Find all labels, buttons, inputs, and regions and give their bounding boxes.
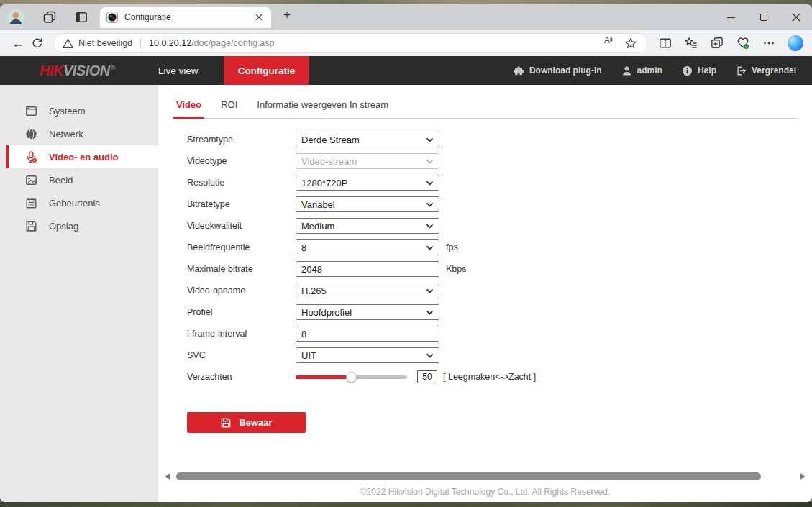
sidebar-item-gebeurtenis[interactable]: Gebeurtenis: [6, 191, 158, 214]
nav-live-view[interactable]: Live view: [158, 65, 199, 76]
field-label: i-frame-interval: [187, 329, 296, 339]
scrollbar-thumb[interactable]: [176, 472, 761, 480]
split-screen-button[interactable]: [658, 36, 672, 50]
chevron-down-icon: [426, 288, 434, 293]
refresh-button[interactable]: [27, 34, 46, 52]
save-button-label: Bewaar: [239, 417, 272, 428]
select-value: Variabel: [301, 199, 335, 210]
horizontal-scrollbar[interactable]: [163, 472, 808, 481]
close-button[interactable]: [780, 4, 812, 30]
tab-close-icon[interactable]: [253, 12, 265, 23]
resolutie-select[interactable]: 1280*720P: [296, 175, 439, 191]
security-label[interactable]: Niet beveiligd: [78, 38, 132, 48]
sidebar-item-label: Beeld: [49, 175, 73, 186]
hikvision-logo: HIKVISION®: [40, 63, 115, 79]
tab-actions-icon[interactable]: [75, 11, 88, 24]
svc-select[interactable]: UIT: [296, 347, 439, 363]
sidebar-item-opslag[interactable]: Opslag: [6, 214, 158, 237]
nav-configuratie[interactable]: Configuratie: [224, 56, 309, 85]
copyright-text: ©2022 Hikvision Digital Technology Co., …: [158, 487, 812, 497]
lock-logout-button[interactable]: Vergrendel: [736, 65, 796, 76]
iframe-interval-input[interactable]: [296, 326, 439, 342]
collections-button[interactable]: [710, 36, 724, 50]
select-value: Video-stream: [301, 156, 357, 167]
info-icon: [682, 65, 693, 76]
chevron-down-icon: [426, 245, 434, 250]
scroll-left-icon[interactable]: [163, 473, 173, 480]
bitratetype-select[interactable]: Variabel: [296, 196, 439, 212]
form-row: Streamtype Derde Stream: [187, 129, 812, 150]
user-icon: [621, 65, 632, 76]
sidebar-item-netwerk[interactable]: Netwerk: [6, 122, 158, 145]
admin-user-button[interactable]: admin: [621, 65, 662, 76]
videokwaliteit-select[interactable]: Medium: [296, 218, 439, 234]
download-plugin-button[interactable]: Download plug-in: [514, 65, 602, 76]
slider-hint: [ Leegmaken<->Zacht ]: [443, 372, 536, 382]
browser-essentials-button[interactable]: [736, 36, 750, 50]
favorite-star-button[interactable]: [623, 35, 639, 51]
form-row: i-frame-interval: [187, 323, 812, 344]
form-row: SVC UIT: [187, 344, 812, 366]
maximize-button[interactable]: [747, 4, 780, 30]
network-globe-icon: [25, 128, 37, 140]
field-label: SVC: [187, 350, 296, 360]
url-path: /doc/page/config.asp: [191, 38, 274, 48]
chevron-down-icon: [426, 310, 434, 315]
main-panel: Video ROI Informatie weergeven In stream…: [158, 85, 812, 502]
workspaces-icon[interactable]: [43, 11, 56, 24]
tab-informatie-weergeven[interactable]: Informatie weergeven In stream: [257, 99, 388, 118]
copilot-icon[interactable]: [788, 35, 803, 51]
avatar-photo: [7, 9, 24, 26]
tab-title: Configuratie: [124, 12, 253, 22]
form-row: Beeldfrequentie 8 fps: [187, 237, 812, 258]
microphone-icon: [25, 151, 37, 163]
back-button[interactable]: ←: [9, 34, 27, 52]
scrollbar-track[interactable]: [173, 472, 798, 480]
sidebar-item-systeem[interactable]: Systeem: [6, 99, 158, 122]
url-separator: [140, 38, 141, 48]
form-row: Profiel Hoofdprofiel: [187, 301, 812, 323]
field-label: Videokwaliteit: [187, 221, 296, 231]
maximale-bitrate-input[interactable]: [296, 261, 439, 277]
profiel-select[interactable]: Hoofdprofiel: [296, 304, 439, 320]
beeldfrequentie-select[interactable]: 8: [296, 239, 439, 255]
address-bar[interactable]: Niet beveiligd 10.0.20.12/doc/page/confi…: [53, 33, 648, 53]
video-settings-form: Streamtype Derde Stream Videotype Video-…: [158, 119, 812, 433]
tab-video[interactable]: Video: [176, 99, 201, 118]
minimize-button[interactable]: [715, 4, 747, 30]
profile-avatar[interactable]: [7, 9, 24, 26]
form-row: Maximale bitrate Kbps: [187, 258, 812, 280]
streamtype-select[interactable]: Derde Stream: [296, 132, 439, 147]
video-opname-select[interactable]: H.265: [296, 283, 439, 298]
sidebar-item-video-en-audio[interactable]: Video- en audio: [6, 145, 158, 168]
image-icon: [25, 174, 37, 186]
verzachten-slider[interactable]: [296, 369, 407, 385]
system-window-icon: [25, 105, 37, 117]
back-arrow-icon: ←: [12, 37, 24, 50]
field-label: Profiel: [187, 307, 296, 317]
save-button[interactable]: Bewaar: [187, 412, 306, 433]
event-calendar-icon: [25, 197, 37, 209]
sidebar-item-beeld[interactable]: Beeld: [6, 168, 158, 191]
settings-more-button[interactable]: [762, 36, 776, 50]
new-tab-button[interactable]: +: [280, 9, 293, 22]
form-row: Videokwaliteit Medium: [187, 215, 812, 237]
chevron-down-icon: [426, 181, 434, 186]
field-suffix: Kbps: [446, 264, 467, 274]
help-button[interactable]: Help: [682, 65, 716, 76]
minimize-icon: [727, 17, 735, 18]
slider-handle[interactable]: [346, 372, 357, 383]
plugin-puzzle-icon: [514, 65, 524, 76]
field-label: Maximale bitrate: [187, 264, 296, 274]
field-label: Streamtype: [187, 134, 296, 145]
read-aloud-button[interactable]: A: [601, 35, 617, 51]
favorites-list-button[interactable]: [684, 36, 698, 50]
field-suffix: fps: [446, 242, 458, 252]
verzachten-value-input[interactable]: [417, 370, 437, 383]
logout-icon: [736, 65, 747, 76]
tab-roi[interactable]: ROI: [221, 99, 237, 118]
scroll-right-icon[interactable]: [798, 473, 808, 480]
browser-tab[interactable]: Configuratie: [100, 7, 271, 28]
sidebar-item-label: Systeem: [49, 106, 86, 117]
site-favicon-camera-icon: [106, 12, 118, 23]
